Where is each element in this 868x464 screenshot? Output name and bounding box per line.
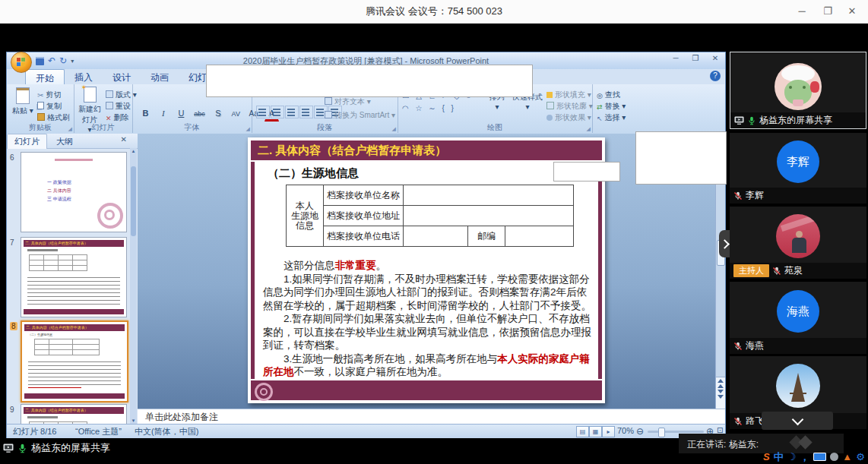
previous-slide-icon[interactable] (718, 384, 724, 388)
participant-tile-share[interactable]: 杨益东的屏幕共享 (730, 52, 866, 129)
smartart-button[interactable]: 转换为 SmartArt ▾ (325, 110, 395, 121)
ppt-minimize-icon[interactable]: ─ (669, 54, 683, 62)
text-shadow-button[interactable]: S (211, 107, 225, 120)
thumbnail-number: 7 (10, 238, 14, 247)
participant-namebar: 海燕 (730, 338, 866, 354)
slide-thumbnail-6[interactable]: 一 政策依据 二 具体内容 三 申请流程 (21, 152, 127, 232)
format-painter-button[interactable]: 格式刷 (37, 112, 70, 123)
justify-icon[interactable] (299, 106, 313, 118)
tab-design[interactable]: 设计 (103, 69, 141, 84)
slide-canvas[interactable]: 二. 具体内容（结合户档暂存申请表） （二）生源地信息 本人 生源地 信息 档案… (248, 137, 605, 403)
participant-tile[interactable]: 海燕 海燕 (730, 282, 866, 354)
table-cell-empty (404, 185, 574, 206)
slide-border-right (598, 162, 602, 379)
next-slide-icon[interactable] (718, 395, 724, 399)
underline-button[interactable]: U (174, 107, 188, 120)
panel-collapse-button[interactable] (719, 230, 730, 257)
maximize-icon[interactable]: ❐ (816, 0, 839, 23)
align-left-icon[interactable] (256, 106, 270, 118)
language-indicator: 中文(简体，中国) (135, 426, 198, 437)
shape-effects-button[interactable]: 形状效果 ▾ (546, 112, 591, 123)
thumbnail-scrollbar[interactable]: ▲ ▼ (130, 148, 137, 424)
find-button[interactable]: ◎查找 (597, 90, 620, 100)
tray-dot-icon[interactable] (830, 453, 838, 461)
office-logo-icon (17, 58, 25, 66)
chinese-input-icon[interactable]: 中 (774, 450, 784, 464)
table-cell-empty (404, 206, 574, 226)
share-banner: 杨益东的屏幕共享 (3, 440, 110, 456)
tab-home[interactable]: 开始 (25, 69, 65, 85)
sogou-icon[interactable]: S (763, 450, 770, 464)
dialog-launcher-icon[interactable]: ◢ (246, 126, 250, 132)
avatar: 李辉 (777, 140, 819, 183)
replace-button[interactable]: ⇄替换 ▾ (597, 101, 626, 112)
minimize-icon[interactable]: ─ (790, 0, 813, 23)
close-icon[interactable]: ✕ (841, 0, 863, 23)
tab-animations[interactable]: 动画 (141, 69, 179, 84)
scroll-up-icon[interactable]: ▲ (130, 149, 137, 153)
tab-insert[interactable]: 插入 (65, 69, 103, 84)
character-spacing-button[interactable]: AV (229, 108, 243, 121)
dialog-launcher-icon[interactable]: ◢ (392, 126, 396, 132)
office-button[interactable] (11, 52, 32, 73)
slide-thumbnail-9[interactable]: 二. 具体内容（结合户档暂存申请表） (21, 404, 127, 424)
expand-tiles-button[interactable] (762, 412, 833, 430)
notes-pane[interactable]: 单击此处添加备注 (138, 409, 725, 424)
settings-wrench-icon[interactable]: ⚙ (856, 450, 865, 464)
align-center-icon[interactable] (271, 106, 284, 118)
slide-thumbnail-8-selected[interactable]: 二. 具体内容（结合户档暂存申请表） （二）生源地信息 (21, 320, 128, 402)
mic-muted-icon (733, 342, 743, 351)
strikethrough-button[interactable]: abc (192, 108, 207, 121)
save-icon[interactable] (36, 57, 44, 65)
ppt-restore-icon[interactable]: ❐ (689, 54, 702, 62)
punctuation-icon[interactable]: ， (800, 450, 809, 464)
slide-sorter-icon[interactable]: ▦ (589, 426, 602, 437)
zoom-slider[interactable] (648, 431, 704, 433)
mini-slide-header: 二. 具体内容（结合户档暂存申请表） (24, 324, 125, 331)
select-button[interactable]: ↖选择 ▾ (597, 112, 626, 123)
keyboard-icon[interactable] (813, 453, 826, 461)
half-width-icon[interactable]: ☽ (787, 450, 797, 464)
normal-view-icon[interactable]: ▤ (576, 426, 589, 437)
slideshow-icon[interactable]: ▸ (602, 426, 615, 437)
tab-slides-pane[interactable]: 幻灯片 (7, 134, 47, 149)
qat-customize-icon[interactable]: ▾ (71, 57, 74, 65)
shape-fill-button[interactable]: 形状填充 ▾ (546, 90, 591, 100)
help-icon[interactable]: ? (710, 71, 721, 81)
zoom-out-icon[interactable]: ⊖ (636, 426, 644, 437)
next-slide-icon[interactable] (718, 390, 724, 393)
delete-button[interactable]: ✕删除 (106, 112, 129, 123)
ppt-statusbar: 幻灯片 8/16 “Office 主题” 中文(简体，中国) ▤▦▸ 70% ⊖… (7, 424, 725, 438)
align-text-button[interactable]: 对齐文本 ▾ (325, 96, 371, 107)
scrollbar-thumb[interactable] (131, 166, 136, 236)
participant-namebar: 主持人 苑泉 (730, 263, 866, 279)
shape-gallery-row2[interactable]: ◠ ☆ ∼ { } (402, 103, 456, 114)
group-label-clipboard: 剪贴板 (7, 122, 74, 133)
participant-tile-host[interactable]: 主持人 苑泉 (730, 207, 866, 279)
participant-tile[interactable]: 李辉 李辉 (730, 133, 866, 204)
screen-share-icon (3, 443, 14, 453)
bold-button[interactable]: B (138, 107, 153, 120)
align-right-icon[interactable] (285, 106, 299, 118)
delete-icon: ✕ (106, 115, 112, 122)
tab-outline-pane[interactable]: 大纲 (49, 134, 80, 149)
arrow-up-icon[interactable]: ▲ (842, 450, 852, 464)
reset-button[interactable]: 重设 (106, 101, 131, 112)
panel-close-icon[interactable]: ✕ (121, 135, 127, 144)
panel-tabs: 幻灯片 大纲 ✕ (7, 134, 138, 149)
redo-icon[interactable]: ↻ (59, 57, 67, 65)
copy-button[interactable]: 复制 (37, 101, 62, 112)
previous-slide-icon[interactable] (718, 379, 724, 383)
italic-button[interactable]: I (156, 107, 170, 120)
group-label-paragraph: 段落 (252, 122, 398, 133)
ppt-close-icon[interactable]: ✕ (708, 54, 722, 62)
cut-button[interactable]: ✂剪切 (37, 90, 61, 100)
scroll-down-icon[interactable]: ▼ (130, 418, 137, 423)
slide-thumbnail-7[interactable]: 二. 具体内容（结合户档暂存申请表） (21, 237, 127, 317)
dialog-launcher-icon[interactable]: ◢ (68, 126, 72, 132)
paste-button[interactable]: 粘贴 ▾ (11, 87, 34, 116)
zoom-slider-thumb[interactable] (658, 428, 665, 437)
dialog-launcher-icon[interactable]: ◢ (587, 126, 591, 132)
shape-outline-button[interactable]: 形状轮廓 ▾ (546, 101, 593, 112)
undo-icon[interactable]: ↶ (48, 57, 55, 65)
